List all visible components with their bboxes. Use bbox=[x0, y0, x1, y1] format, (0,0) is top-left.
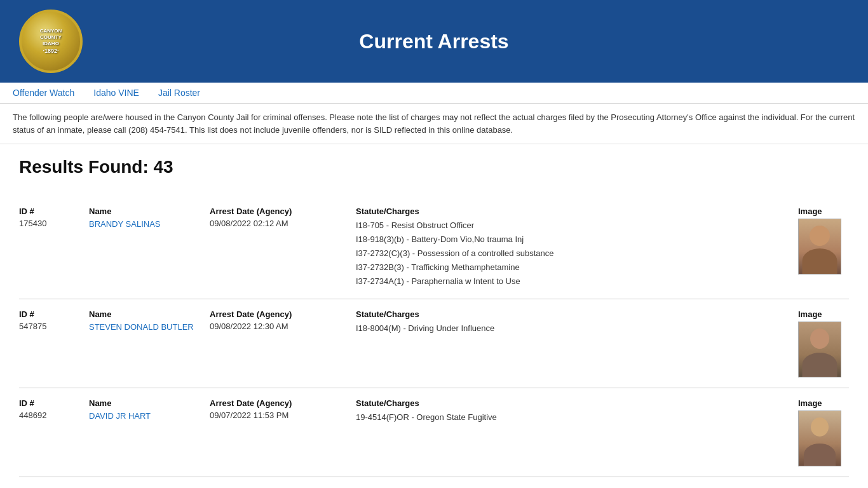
image-header: Image bbox=[798, 207, 849, 216]
col-charges-3: Statute/Charges 19-4514(F)OR - Oregon St… bbox=[356, 398, 792, 424]
page-header: CANYON COUNTY IDAHO ·1892· Current Arres… bbox=[0, 0, 868, 83]
charges-header: Statute/Charges bbox=[356, 207, 792, 216]
image-header: Image bbox=[798, 398, 849, 408]
col-date-1: Arrest Date (Agency) 09/08/2022 02:12 AM bbox=[210, 207, 349, 228]
record-row: ID # 547875 Name STEVEN DONALD BUTLER Ar… bbox=[19, 299, 849, 388]
inmate-name-link-2[interactable]: STEVEN DONALD BUTLER bbox=[89, 322, 194, 332]
col-charges-1: Statute/Charges I18-705 - Resist Obstruc… bbox=[356, 207, 792, 288]
id-value: 448692 bbox=[19, 410, 83, 420]
charges-list-1: I18-705 - Resist Obstruct Officer I18-91… bbox=[356, 219, 792, 288]
charge-item: I18-8004(M) - Driving Under Influence bbox=[356, 322, 792, 336]
col-date-2: Arrest Date (Agency) 09/08/2022 12:30 AM bbox=[210, 309, 349, 331]
id-value: 547875 bbox=[19, 322, 83, 331]
charge-item: I37-2732(C)(3) - Possession of a control… bbox=[356, 247, 792, 261]
id-header: ID # bbox=[19, 398, 83, 408]
charge-item: I37-2732B(3) - Trafficking Methamphetami… bbox=[356, 261, 792, 274]
col-image-2: Image bbox=[798, 309, 849, 377]
id-header: ID # bbox=[19, 207, 83, 216]
charges-header: Statute/Charges bbox=[356, 398, 792, 408]
results-heading: Results Found: 43 bbox=[19, 157, 849, 177]
navigation-bar: Offender Watch Idaho VINE Jail Roster bbox=[0, 83, 868, 104]
id-header: ID # bbox=[19, 309, 83, 319]
col-charges-2: Statute/Charges I18-8004(M) - Driving Un… bbox=[356, 309, 792, 336]
inmate-photo-3 bbox=[798, 410, 841, 466]
charges-list-3: 19-4514(F)OR - Oregon State Fugitive bbox=[356, 410, 792, 424]
date-value: 09/07/2022 11:53 PM bbox=[210, 410, 349, 420]
date-header: Arrest Date (Agency) bbox=[210, 207, 349, 216]
name-header: Name bbox=[89, 309, 203, 319]
nav-offender-watch[interactable]: Offender Watch bbox=[13, 88, 74, 98]
image-header: Image bbox=[798, 309, 849, 319]
id-value: 175430 bbox=[19, 219, 83, 228]
date-header: Arrest Date (Agency) bbox=[210, 398, 349, 408]
date-header: Arrest Date (Agency) bbox=[210, 309, 349, 319]
col-image-1: Image bbox=[798, 207, 849, 274]
col-name-3: Name DAVID JR HART bbox=[89, 398, 203, 421]
name-header: Name bbox=[89, 398, 203, 408]
inmate-name-link-1[interactable]: BRANDY SALINAS bbox=[89, 219, 160, 229]
logo-circle: CANYON COUNTY IDAHO ·1892· bbox=[19, 10, 83, 73]
col-name-1: Name BRANDY SALINAS bbox=[89, 207, 203, 229]
col-date-3: Arrest Date (Agency) 09/07/2022 11:53 PM bbox=[210, 398, 349, 420]
main-content: Results Found: 43 ID # 175430 Name BRAND… bbox=[0, 144, 868, 488]
date-value: 09/08/2022 02:12 AM bbox=[210, 219, 349, 228]
charges-header: Statute/Charges bbox=[356, 309, 792, 319]
record-row: ID # 448692 Name DAVID JR HART Arrest Da… bbox=[19, 388, 849, 477]
charge-item: 19-4514(F)OR - Oregon State Fugitive bbox=[356, 410, 792, 424]
inmate-name-link-3[interactable]: DAVID JR HART bbox=[89, 411, 151, 421]
inmate-photo-1 bbox=[798, 219, 841, 274]
inmate-photo-2 bbox=[798, 322, 841, 377]
date-value: 09/08/2022 12:30 AM bbox=[210, 322, 349, 331]
nav-jail-roster[interactable]: Jail Roster bbox=[158, 88, 200, 98]
charge-item: I18-918(3)(b) - Battery-Dom Vio,No traum… bbox=[356, 233, 792, 247]
page-title: Current Arrests bbox=[359, 30, 508, 53]
col-id-1: ID # 175430 bbox=[19, 207, 83, 228]
charge-item: I37-2734A(1) - Paraphernalia w Intent to… bbox=[356, 274, 792, 288]
record-row: ID # 175430 Name BRANDY SALINAS Arrest D… bbox=[19, 196, 849, 299]
col-name-2: Name STEVEN DONALD BUTLER bbox=[89, 309, 203, 332]
county-logo: CANYON COUNTY IDAHO ·1892· bbox=[19, 10, 83, 73]
col-id-3: ID # 448692 bbox=[19, 398, 83, 420]
charge-item: I18-705 - Resist Obstruct Officer bbox=[356, 219, 792, 233]
charges-list-2: I18-8004(M) - Driving Under Influence bbox=[356, 322, 792, 336]
col-image-3: Image bbox=[798, 398, 849, 466]
logo-text: CANYON COUNTY IDAHO ·1892· bbox=[40, 28, 62, 55]
nav-idaho-vine[interactable]: Idaho VINE bbox=[93, 88, 139, 98]
col-id-2: ID # 547875 bbox=[19, 309, 83, 331]
name-header: Name bbox=[89, 207, 203, 216]
page-description: The following people are/were housed in … bbox=[0, 104, 868, 144]
